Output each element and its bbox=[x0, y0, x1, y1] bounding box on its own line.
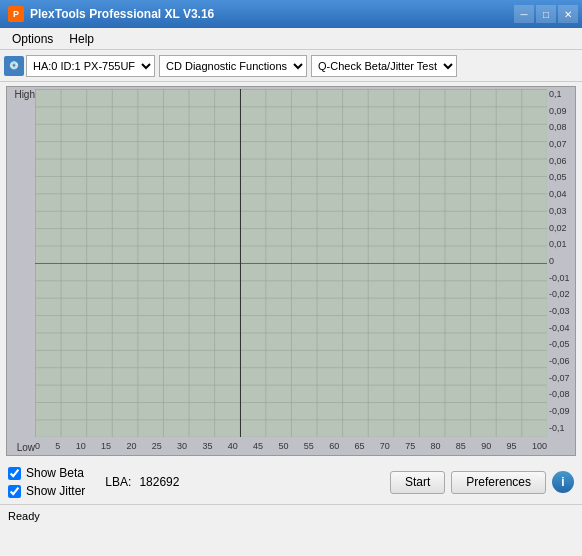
chart-right-labels: 0,1 0,09 0,08 0,07 0,06 0,05 0,04 0,03 0… bbox=[547, 87, 575, 435]
minimize-button[interactable]: ─ bbox=[514, 5, 534, 23]
status-bar: Ready bbox=[0, 504, 582, 526]
lba-value: 182692 bbox=[139, 475, 179, 489]
toolbar: 💿 HA:0 ID:1 PX-755UF CD Diagnostic Funct… bbox=[0, 50, 582, 82]
title-bar: P PlexTools Professional XL V3.16 ─ □ ✕ bbox=[0, 0, 582, 28]
show-jitter-row: Show Jitter bbox=[8, 484, 85, 498]
app-title: PlexTools Professional XL V3.16 bbox=[30, 7, 214, 21]
checkboxes: Show Beta Show Jitter bbox=[8, 466, 85, 498]
chart-left-labels: High Low bbox=[7, 87, 37, 455]
show-jitter-checkbox[interactable] bbox=[8, 485, 21, 498]
label-high: High bbox=[14, 89, 35, 100]
chart-container: High Low 0,1 0,09 0,08 0,07 0,06 0,05 0,… bbox=[6, 86, 576, 456]
show-beta-row: Show Beta bbox=[8, 466, 85, 480]
bottom-panel: Show Beta Show Jitter LBA: 182692 Start … bbox=[0, 460, 582, 504]
preferences-button[interactable]: Preferences bbox=[451, 471, 546, 494]
status-text: Ready bbox=[8, 510, 40, 522]
app-icon: P bbox=[8, 6, 24, 22]
lba-label: LBA: bbox=[105, 475, 131, 489]
close-button[interactable]: ✕ bbox=[558, 5, 578, 23]
test-dropdown[interactable]: Q-Check Beta/Jitter Test bbox=[311, 55, 457, 77]
start-button[interactable]: Start bbox=[390, 471, 445, 494]
show-beta-label: Show Beta bbox=[26, 466, 84, 480]
show-beta-checkbox[interactable] bbox=[8, 467, 21, 480]
buttons-section: Start Preferences i bbox=[390, 471, 574, 494]
show-jitter-label: Show Jitter bbox=[26, 484, 85, 498]
title-bar-left: P PlexTools Professional XL V3.16 bbox=[8, 6, 214, 22]
lba-section: LBA: 182692 bbox=[105, 475, 179, 489]
drive-selector: 💿 HA:0 ID:1 PX-755UF bbox=[4, 55, 155, 77]
menu-bar: Options Help bbox=[0, 28, 582, 50]
chart-x-labels: 0 5 10 15 20 25 30 35 40 45 50 55 60 65 … bbox=[35, 437, 547, 455]
function-dropdown[interactable]: CD Diagnostic Functions bbox=[159, 55, 307, 77]
window-controls: ─ □ ✕ bbox=[514, 5, 578, 23]
chart-grid bbox=[35, 89, 547, 437]
restore-button[interactable]: □ bbox=[536, 5, 556, 23]
drive-dropdown[interactable]: HA:0 ID:1 PX-755UF bbox=[26, 55, 155, 77]
drive-icon: 💿 bbox=[4, 56, 24, 76]
vertical-marker bbox=[240, 89, 241, 437]
menu-options[interactable]: Options bbox=[4, 30, 61, 48]
info-button[interactable]: i bbox=[552, 471, 574, 493]
zero-line bbox=[35, 263, 547, 264]
menu-help[interactable]: Help bbox=[61, 30, 102, 48]
label-low: Low bbox=[17, 442, 35, 453]
